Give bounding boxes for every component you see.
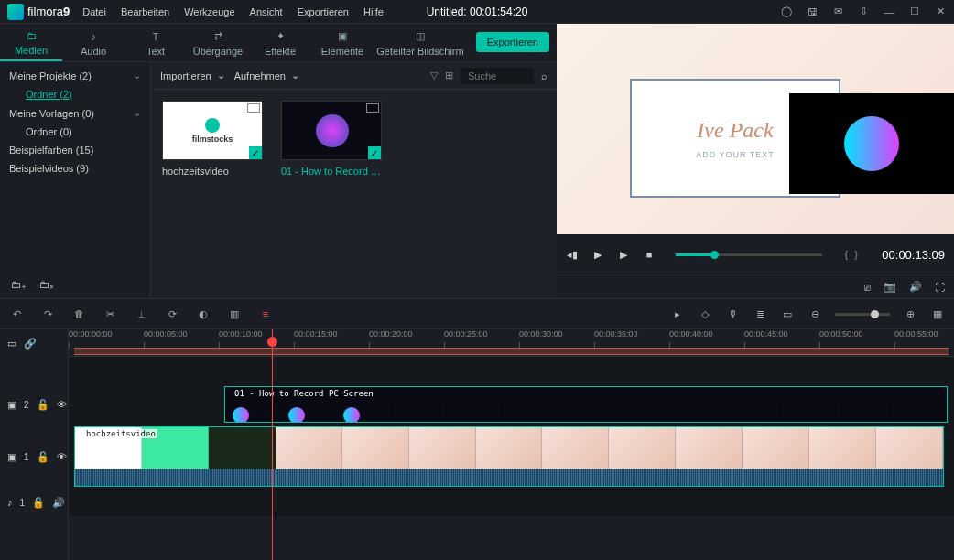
clip-v2[interactable]: 01 - How to Record PC Screen (224, 386, 948, 423)
tracks-area[interactable]: 00:00:00:0000:00:05:0000:00:10:0000:00:1… (69, 329, 954, 560)
sidebar-item-templates[interactable]: Meine Vorlagen (0) ⌄ (0, 103, 150, 123)
link-icon[interactable]: 🔗 (24, 338, 37, 350)
prev-frame-button[interactable]: ◂▮ (566, 249, 579, 261)
record-dropdown[interactable]: Aufnehmen ⌄ (234, 70, 299, 81)
zoom-in-button[interactable]: ⊕ (903, 308, 917, 320)
maximize-button[interactable]: ☐ (908, 5, 921, 18)
mark-brackets[interactable]: { } (844, 249, 859, 260)
tab-audio[interactable]: ♪ Audio (62, 24, 125, 61)
track-manager-button[interactable]: ▦ (930, 308, 945, 320)
menu-view[interactable]: Ansicht (250, 6, 283, 17)
sidebar-item-colors[interactable]: Beispielfarben (15) (0, 141, 150, 159)
sidebar-item-folder-active[interactable]: Ordner (2) (0, 85, 150, 103)
lock-icon[interactable]: 🔓 (37, 451, 49, 463)
user-icon[interactable]: ◯ (780, 5, 793, 18)
tab-label: Effekte (265, 46, 296, 57)
mic-button[interactable]: 🎙 (725, 308, 740, 319)
video-track-1[interactable]: hochzeitsvideo (69, 425, 954, 489)
redo-button[interactable]: ↷ (40, 308, 55, 320)
tab-text[interactable]: T Text (125, 24, 187, 61)
cut-button[interactable]: ✂ (103, 308, 117, 320)
speed-button[interactable]: ⟳ (165, 308, 179, 320)
video-track-2[interactable]: 01 - How to Record PC Screen (69, 384, 954, 425)
tab-media[interactable]: 🗀 Medien (0, 24, 62, 61)
volume-icon[interactable]: 🔊 (909, 281, 922, 293)
color-button[interactable]: ◐ (196, 308, 211, 320)
zoom-slider[interactable] (835, 313, 890, 316)
sidebar-item-projects[interactable]: Meine Projekte (2) ⌄ (0, 66, 150, 85)
sidebar-item-videos[interactable]: Beispielvideos (9) (0, 159, 150, 178)
tab-transitions[interactable]: ⇄ Übergänge (187, 24, 249, 61)
eye-icon[interactable]: 👁 (57, 451, 67, 462)
tab-elements[interactable]: ▣ Elemente (311, 24, 374, 61)
lock-icon[interactable]: 🔓 (32, 497, 45, 509)
audio-track-1[interactable] (69, 489, 954, 516)
save-icon[interactable]: 🖫 (806, 5, 818, 18)
import-dropdown[interactable]: Importieren ⌄ (160, 70, 225, 81)
play-button[interactable]: ▶ (591, 249, 604, 261)
mixer-button[interactable]: ≣ (753, 308, 767, 320)
lock-icon[interactable]: 🔓 (37, 399, 49, 411)
delete-button[interactable]: 🗑 (71, 308, 86, 319)
search-icon[interactable]: ⌕ (541, 70, 547, 81)
volume-icon[interactable]: 🔊 (52, 497, 65, 509)
preview-viewport[interactable]: Ive Pack ADD YOUR TEXT (557, 24, 954, 234)
timeline-toolbar-right: ▸ ◇ 🎙 ≣ ▭ ⊖ ⊕ ▦ (670, 308, 945, 320)
green-screen-button[interactable]: ▥ (227, 308, 242, 320)
ruler-tick: 00:00:25:00 (444, 329, 488, 339)
close-button[interactable]: ✕ (934, 5, 947, 18)
undo-button[interactable]: ↶ (9, 308, 24, 320)
sidebar-item-folder[interactable]: Ordner (0) (0, 123, 150, 141)
thumbnail-preview: ✓ (281, 101, 382, 160)
track-header-a1[interactable]: ♪ 1 🔓 🔊 (0, 489, 68, 516)
track-header-v1[interactable]: ▣ 1 🔓 👁 (0, 425, 68, 489)
filter-icon[interactable]: ▽ (430, 70, 438, 81)
ruler-tick: 00:00:55:00 (894, 329, 938, 339)
mail-icon[interactable]: ✉ (831, 5, 844, 18)
stop-button[interactable]: ■ (643, 249, 656, 260)
thumbnail-item[interactable]: ✓ 01 - How to Record PC Sc... (281, 101, 382, 177)
waveform (75, 469, 943, 486)
camera-icon[interactable]: 📷 (884, 281, 896, 293)
menu-edit[interactable]: Bearbeiten (121, 6, 169, 17)
search-input[interactable] (461, 68, 534, 84)
zoom-fit-button[interactable]: ▭ (780, 308, 795, 320)
ruler-tick: 00:00:05:00 (144, 329, 188, 339)
download-icon[interactable]: ⇩ (857, 5, 870, 18)
range-bar[interactable] (74, 348, 949, 355)
zoom-out-button[interactable]: ⊖ (808, 308, 822, 320)
preview-title: Ive Pack (697, 118, 773, 143)
snapshot-icon[interactable]: ⎚ (864, 282, 871, 293)
clip-v1[interactable]: hochzeitsvideo (74, 426, 944, 487)
playhead[interactable] (272, 329, 273, 560)
clip-label: 01 - How to Record PC Screen (234, 389, 374, 398)
next-frame-button[interactable]: ▶ (617, 249, 630, 261)
tab-label: Geteilter Bildschirm (376, 46, 463, 57)
marker-button[interactable]: ◇ (698, 308, 712, 320)
render-button[interactable]: ▸ (670, 308, 685, 320)
export-button[interactable]: Exportieren (476, 32, 549, 52)
crop-button[interactable]: ⟂ (134, 308, 148, 319)
select-mode-icon[interactable]: ▭ (7, 338, 16, 350)
delete-folder-icon[interactable]: 🗀ₓ (39, 279, 54, 291)
tab-effects[interactable]: ✦ Effekte (249, 24, 311, 61)
preview-controls: ◂▮ ▶ ▶ ■ { } 00:00:13:09 (557, 234, 954, 275)
grid-view-icon[interactable]: ⊞ (445, 70, 453, 81)
menu-export[interactable]: Exportieren (298, 6, 349, 17)
preview-subtitle: ADD YOUR TEXT (696, 150, 775, 159)
tab-label: Übergänge (193, 46, 243, 57)
ruler-tick: 00:00:30:00 (519, 329, 563, 339)
new-folder-icon[interactable]: 🗀₊ (11, 279, 27, 291)
time-ruler[interactable]: 00:00:00:0000:00:05:0000:00:10:0000:00:1… (69, 329, 954, 357)
menu-file[interactable]: Datei (82, 6, 106, 17)
eye-icon[interactable]: 👁 (57, 399, 67, 410)
thumbnail-item[interactable]: filmstocks ✓ hochzeitsvideo (162, 101, 263, 177)
track-header-v2[interactable]: ▣ 2 🔓 👁 (0, 384, 68, 425)
tab-splitscreen[interactable]: ◫ Geteilter Bildschirm (374, 24, 467, 61)
seek-bar[interactable] (676, 253, 822, 256)
adjust-button[interactable]: ≡ (258, 308, 273, 319)
minimize-button[interactable]: — (883, 5, 895, 18)
menu-help[interactable]: Hilfe (363, 6, 384, 17)
menu-tools[interactable]: Werkzeuge (184, 6, 234, 17)
fullscreen-icon[interactable]: ⛶ (935, 282, 945, 293)
